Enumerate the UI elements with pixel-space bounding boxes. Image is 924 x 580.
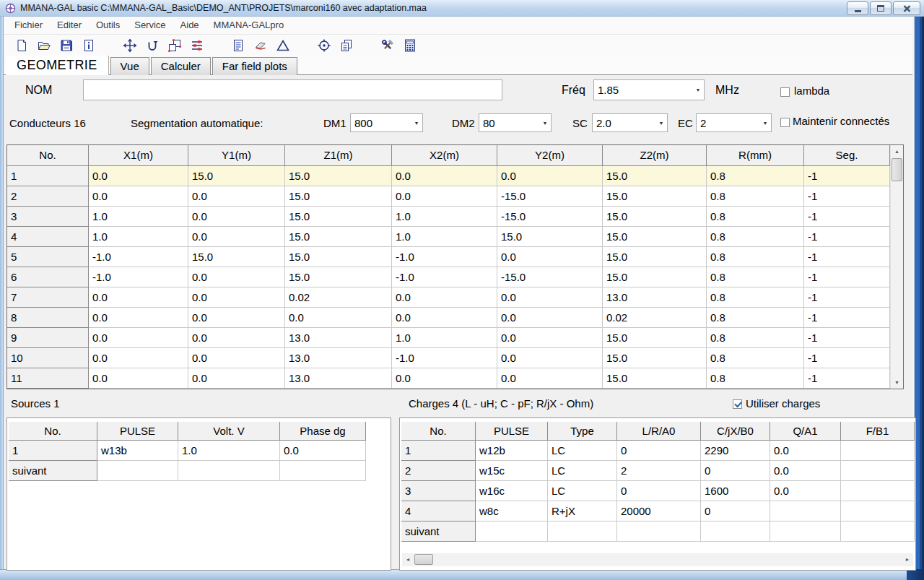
chevron-down-icon[interactable]: ▼ — [759, 121, 771, 126]
wires-cell[interactable]: 0.0 — [497, 287, 603, 308]
wires-cell[interactable]: 15.0 — [188, 247, 285, 267]
new-file-icon[interactable] — [14, 38, 29, 53]
wires-cell[interactable]: 0.8 — [707, 227, 804, 247]
wires-cell[interactable]: -1 — [804, 287, 890, 308]
wires-cell[interactable]: 0.8 — [707, 186, 804, 207]
charges-cell[interactable] — [617, 521, 701, 542]
charges-next-button[interactable]: suivant — [401, 521, 476, 542]
wires-cell[interactable]: -1 — [804, 267, 890, 287]
wires-cell[interactable]: 0.0 — [497, 368, 603, 389]
ec-combo[interactable]: 2 ▼ — [696, 113, 772, 132]
wires-cell[interactable]: 1.0 — [392, 207, 497, 227]
wires-cell[interactable]: -1.0 — [89, 267, 188, 287]
wires-cell[interactable]: 13.0 — [285, 368, 392, 389]
menu-item-fichier[interactable]: Fichier — [7, 17, 50, 34]
wires-cell[interactable]: 0.0 — [188, 267, 285, 287]
tools-icon[interactable] — [380, 38, 395, 53]
scrollbar-thumb[interactable] — [892, 158, 902, 181]
copy-icon[interactable] — [339, 38, 354, 53]
wires-cell[interactable]: 0.8 — [707, 267, 804, 287]
wires-cell[interactable]: 0.0 — [497, 348, 603, 368]
wires-cell[interactable]: -1 — [804, 348, 890, 368]
wires-cell[interactable]: 0.0 — [188, 207, 285, 227]
wires-cell[interactable]: -15.0 — [497, 186, 603, 207]
charges-cell[interactable]: w12b — [476, 441, 548, 461]
wires-cell[interactable]: -1.0 — [89, 247, 188, 267]
charges-cell[interactable]: 2 — [617, 461, 701, 481]
charges-cell[interactable] — [841, 461, 915, 481]
wires-cell[interactable]: -1 — [804, 328, 890, 348]
wires-cell[interactable]: 15.0 — [285, 186, 392, 207]
charges-cell[interactable]: 0.0 — [770, 481, 841, 501]
wires-cell[interactable]: 0.0 — [392, 186, 497, 207]
charges-cell[interactable] — [548, 521, 617, 542]
wires-cell[interactable]: -1 — [804, 186, 890, 207]
wires-cell[interactable]: 15.0 — [603, 348, 707, 368]
wires-cell[interactable]: 15.0 — [603, 166, 707, 186]
wires-cell[interactable]: 13.0 — [285, 348, 392, 368]
wires-cell[interactable]: 0.0 — [89, 308, 188, 328]
dm1-combo[interactable]: 800 ▼ — [350, 113, 423, 132]
description-icon[interactable] — [231, 38, 245, 53]
wires-cell[interactable]: -1 — [804, 368, 890, 389]
chevron-down-icon[interactable]: ▼ — [411, 121, 422, 126]
wires-cell[interactable]: -1 — [804, 166, 890, 186]
charges-cell[interactable]: R+jX — [548, 501, 617, 521]
wires-cell[interactable]: 0.0 — [89, 328, 188, 348]
sc-combo[interactable]: 2.0 ▼ — [592, 113, 668, 132]
wires-cell[interactable]: 0.0 — [497, 166, 603, 186]
wires-cell[interactable]: 0.0 — [89, 166, 188, 186]
menu-item-editer[interactable]: Editer — [50, 17, 89, 34]
tab-vue[interactable]: Vue — [110, 57, 149, 75]
wires-cell[interactable]: 15.0 — [285, 247, 392, 267]
wires-cell[interactable]: 15.0 — [285, 227, 392, 247]
chevron-down-icon[interactable]: ▼ — [655, 121, 667, 126]
open-folder-icon[interactable] — [37, 38, 51, 53]
tab-far-field-plots[interactable]: Far field plots — [212, 57, 297, 75]
charges-cell[interactable]: w16c — [476, 481, 548, 501]
wires-rowhead[interactable]: 7 — [7, 287, 89, 308]
sources-cell[interactable] — [97, 461, 178, 481]
wires-rowhead[interactable]: 10 — [7, 348, 89, 368]
wires-cell[interactable]: 0.8 — [707, 328, 804, 348]
sources-cell[interactable] — [280, 461, 366, 481]
wires-cell[interactable]: 0.0 — [188, 348, 285, 368]
wires-cell[interactable]: -1 — [804, 247, 890, 267]
wires-cell[interactable]: 0.0 — [497, 308, 603, 328]
charges-cell[interactable]: w15c — [476, 461, 548, 481]
sources-rowhead[interactable]: 1 — [9, 441, 97, 461]
charges-cell[interactable] — [841, 481, 915, 501]
charges-cell[interactable]: 20000 — [617, 501, 701, 521]
charges-cell[interactable] — [841, 521, 915, 542]
wires-cell[interactable]: 0.8 — [707, 166, 804, 186]
calculator-icon[interactable] — [403, 38, 417, 53]
wires-rowhead[interactable]: 3 — [7, 207, 89, 227]
maintenir-connectes-checkbox[interactable] — [780, 118, 790, 127]
wires-cell[interactable]: -1.0 — [392, 267, 497, 287]
menu-item-service[interactable]: Service — [127, 17, 173, 34]
wires-cell[interactable]: 0.8 — [707, 308, 804, 328]
save-icon[interactable] — [59, 38, 74, 53]
wires-cell[interactable]: 0.0 — [89, 287, 188, 308]
wires-cell[interactable]: 15.0 — [603, 267, 707, 287]
sources-cell[interactable] — [178, 461, 280, 481]
wires-cell[interactable]: -1.0 — [392, 247, 497, 267]
wires-cell[interactable]: 0.02 — [603, 308, 707, 328]
charges-cell[interactable] — [701, 521, 770, 542]
wires-cell[interactable]: 0.0 — [188, 186, 285, 207]
wires-cell[interactable]: -1 — [804, 207, 890, 227]
maximize-button[interactable] — [870, 1, 892, 15]
wires-cell[interactable]: 0.0 — [392, 368, 497, 389]
scale-wire-icon[interactable] — [167, 38, 182, 53]
wires-cell[interactable]: 0.0 — [285, 308, 392, 328]
charges-cell[interactable]: 0 — [701, 461, 770, 481]
charges-rowhead[interactable]: 2 — [401, 461, 476, 481]
file-info-icon[interactable] — [82, 38, 96, 53]
wires-cell[interactable]: 1.0 — [392, 328, 497, 348]
wires-cell[interactable]: -15.0 — [497, 267, 603, 287]
freq-combo[interactable]: 1.85 ▼ — [593, 79, 705, 100]
tab-geometrie[interactable]: GEOMETRIE — [6, 56, 109, 75]
close-button[interactable] — [893, 1, 920, 15]
wires-cell[interactable]: 0.8 — [707, 348, 804, 368]
wires-rowhead[interactable]: 9 — [7, 328, 89, 348]
